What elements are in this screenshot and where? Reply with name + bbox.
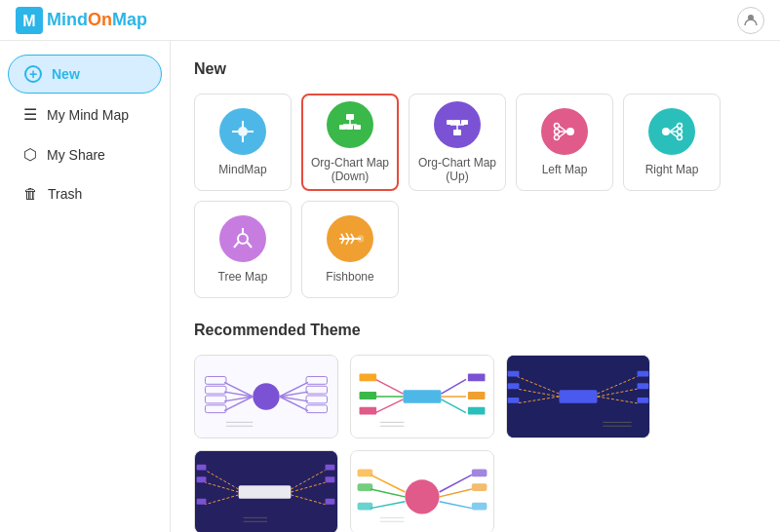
sidebar: + New ☰ My Mind Map ⬡ My Share 🗑 Trash: [0, 41, 171, 532]
svg-rect-95: [638, 398, 649, 403]
mindmap-label: MindMap: [218, 163, 266, 176]
layout: + New ☰ My Mind Map ⬡ My Share 🗑 Trash N…: [0, 41, 780, 532]
chart-card-tree-map[interactable]: Tree Map: [194, 201, 292, 298]
svg-line-21: [559, 126, 566, 132]
chart-card-org-up[interactable]: Org-Chart Map (Up): [409, 94, 506, 191]
mindmap-icon: [219, 108, 266, 155]
svg-rect-89: [508, 398, 520, 403]
svg-point-26: [555, 135, 560, 140]
share-icon: ⬡: [23, 145, 37, 164]
chart-type-grid: MindMap Org-Chart Map(Down): [194, 94, 757, 298]
tree-map-label: Tree Map: [218, 270, 268, 284]
org-chart-down-icon: [327, 101, 373, 148]
svg-point-45: [358, 236, 364, 242]
right-map-label: Right Map: [645, 163, 699, 176]
svg-rect-105: [197, 499, 207, 505]
svg-rect-107: [326, 465, 335, 471]
plus-icon: +: [24, 65, 42, 83]
svg-rect-17: [447, 120, 453, 125]
svg-point-27: [662, 128, 670, 135]
svg-rect-71: [360, 392, 377, 399]
left-map-label: Left Map: [542, 163, 588, 176]
sidebar-item-my-mind-map[interactable]: ☰ My Mind Map: [8, 95, 162, 133]
svg-rect-111: [326, 499, 335, 505]
svg-point-31: [678, 124, 682, 129]
sidebar-item-new-label: New: [52, 66, 80, 82]
trash-icon: 🗑: [23, 185, 38, 202]
theme-card-4[interactable]: [194, 450, 338, 532]
svg-line-28: [670, 126, 678, 132]
svg-text:M: M: [22, 13, 35, 29]
svg-line-30: [670, 132, 678, 137]
sidebar-item-my-share[interactable]: ⬡ My Share: [8, 135, 162, 173]
theme-card-1[interactable]: [194, 355, 338, 438]
svg-line-23: [559, 132, 566, 137]
chart-card-left-map[interactable]: Left Map: [516, 94, 613, 191]
fishbone-icon: [327, 215, 373, 262]
logo-text: MindOnMap: [47, 10, 147, 30]
svg-rect-103: [197, 476, 207, 482]
logo-icon: M: [16, 7, 43, 34]
svg-rect-67: [403, 390, 441, 403]
theme-grid: [194, 355, 757, 532]
svg-point-24: [555, 124, 560, 129]
svg-point-32: [678, 130, 682, 134]
sidebar-item-trash[interactable]: 🗑 Trash: [8, 175, 162, 211]
svg-rect-117: [358, 470, 373, 477]
org-chart-up-icon: [434, 101, 481, 148]
svg-rect-125: [472, 483, 488, 491]
svg-rect-101: [197, 465, 207, 471]
svg-rect-18: [453, 120, 460, 125]
chart-card-org-down[interactable]: Org-Chart Map(Down): [301, 94, 399, 191]
header: M MindOnMap: [0, 0, 780, 41]
svg-rect-121: [358, 503, 373, 511]
chart-card-mindmap[interactable]: MindMap: [194, 94, 292, 191]
chart-card-fishbone[interactable]: Fishbone: [301, 201, 399, 298]
svg-point-3: [238, 127, 248, 136]
svg-rect-99: [239, 485, 292, 499]
fishbone-label: Fishbone: [326, 270, 373, 284]
svg-point-47: [253, 383, 279, 409]
svg-point-20: [566, 128, 574, 135]
logo: M MindOnMap: [16, 7, 147, 34]
svg-rect-77: [468, 392, 486, 399]
svg-line-37: [248, 243, 253, 248]
org-chart-down-label: Org-Chart Map(Down): [311, 156, 389, 183]
theme-card-5[interactable]: [350, 450, 494, 532]
main-content: New MindMap: [171, 41, 780, 532]
svg-rect-83: [559, 390, 597, 403]
svg-rect-73: [360, 407, 377, 415]
org-chart-up-label: Org-Chart Map (Up): [410, 156, 505, 183]
svg-rect-91: [638, 371, 649, 377]
svg-point-34: [238, 234, 248, 244]
new-section-title: New: [194, 60, 757, 78]
svg-rect-69: [360, 374, 377, 382]
svg-line-36: [234, 243, 239, 248]
right-map-icon: [648, 108, 695, 155]
sidebar-item-trash-label: Trash: [48, 186, 82, 202]
svg-rect-8: [346, 114, 354, 120]
svg-rect-85: [508, 371, 520, 377]
svg-rect-19: [461, 120, 468, 125]
svg-rect-123: [472, 470, 488, 477]
svg-rect-109: [326, 476, 335, 482]
chart-card-right-map[interactable]: Right Map: [623, 94, 721, 191]
svg-rect-93: [638, 383, 649, 389]
theme-card-3[interactable]: [506, 355, 650, 438]
tree-map-icon: [219, 215, 266, 262]
svg-rect-14: [453, 130, 461, 135]
theme-card-2[interactable]: [350, 355, 494, 438]
sidebar-item-new[interactable]: + New: [8, 55, 162, 94]
mind-map-icon: ☰: [23, 105, 37, 124]
svg-rect-75: [468, 374, 486, 382]
svg-point-33: [678, 135, 682, 140]
svg-rect-119: [358, 483, 373, 491]
user-icon[interactable]: [737, 7, 764, 34]
sidebar-item-mindmap-label: My Mind Map: [47, 107, 129, 123]
svg-rect-13: [354, 125, 361, 130]
svg-rect-87: [508, 383, 520, 389]
svg-rect-12: [346, 125, 353, 130]
svg-point-115: [405, 479, 439, 513]
svg-rect-127: [472, 503, 488, 511]
svg-point-25: [555, 130, 560, 134]
